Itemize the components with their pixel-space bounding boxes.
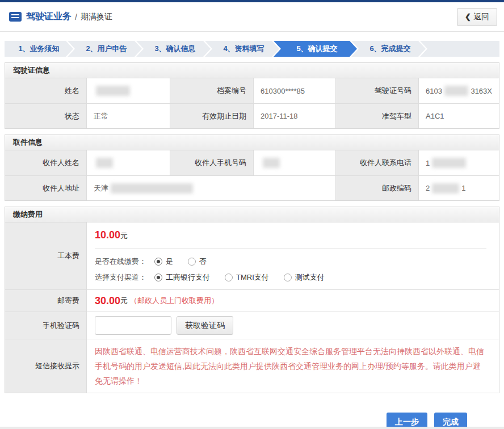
online-pay-option-no[interactable]: 否 xyxy=(188,256,207,267)
footer-actions: 上一步 完成 xyxy=(0,393,504,429)
sms-code-label: 手机验证码 xyxy=(5,312,86,339)
online-pay-question: 是否在线缴费： xyxy=(95,256,146,267)
status-label: 状态 xyxy=(5,103,86,128)
get-sms-code-button[interactable]: 获取验证码 xyxy=(177,316,233,335)
back-chevron-icon: ❮ xyxy=(465,12,471,21)
page-title: 驾驶证业务 xyxy=(26,11,72,23)
license-info-section: 驾驶证信息 姓名 档案编号 610300****85 驾驶证号码 6103316… xyxy=(5,62,499,129)
recipient-mobile-label: 收件人手机号码 xyxy=(170,150,253,175)
vehicle-class-label: 准驾车型 xyxy=(335,103,418,128)
step-4-fill-data[interactable]: 4、资料填写 xyxy=(205,41,279,57)
recipient-name-label: 收件人姓名 xyxy=(5,150,86,175)
pay-channel-option-test[interactable]: 测试支付 xyxy=(284,272,325,283)
page-header: 驾驶证业务 / 期满换证 ❮ 返回 xyxy=(0,2,504,32)
postage-fee-cell: 30.00元 （邮政人员上门收取费用） xyxy=(86,289,499,312)
card-fee-amount: 10.00 xyxy=(95,229,120,241)
sms-notice-text: 因陕西省联通、电信运营商技术问题，陕西省互联网交通安全综合服务管理平台无法向持陕… xyxy=(86,339,499,393)
redacted-recipient-phone xyxy=(432,158,466,168)
breadcrumb-separator: / xyxy=(75,12,77,22)
step-2-declaration[interactable]: 2、用户申告 xyxy=(68,41,142,57)
redacted-license-number xyxy=(444,86,468,96)
fee-divider xyxy=(95,248,486,249)
step-1-notice[interactable]: 1、业务须知 xyxy=(5,41,73,57)
name-label: 姓名 xyxy=(5,78,86,103)
step-6-complete[interactable]: 6、完成提交 xyxy=(351,41,426,57)
pickup-info-section: 取件信息 收件人姓名 收件人手机号码 收件人联系电话 1 收件人地址 天津 邮政… xyxy=(5,134,499,201)
radio-icon-no[interactable] xyxy=(188,258,196,266)
redacted-name xyxy=(96,86,130,96)
recipient-address-value: 天津 xyxy=(86,175,335,200)
license-services-icon xyxy=(9,12,22,22)
recipient-mobile-value xyxy=(253,150,335,175)
redacted-recipient-name xyxy=(96,158,113,168)
status-value: 正常 xyxy=(86,103,170,128)
file-number-label: 档案编号 xyxy=(170,78,253,103)
recipient-phone-value: 1 xyxy=(418,150,499,175)
postcode-value: 21 xyxy=(418,175,499,200)
recipient-phone-label: 收件人联系电话 xyxy=(335,150,418,175)
sms-notice-label: 短信接收提示 xyxy=(5,339,86,393)
step-progress-bar: 1、业务须知 2、用户申告 3、确认信息 4、资料填写 5、确认提交 6、完成提… xyxy=(5,41,499,57)
vehicle-class-value: A1C1 xyxy=(418,103,499,128)
expiry-date-value: 2017-11-18 xyxy=(253,103,335,128)
pay-channel-question: 选择支付渠道： xyxy=(95,272,146,283)
radio-icon-yes[interactable] xyxy=(154,258,162,266)
name-value xyxy=(86,78,170,103)
postage-fee-amount: 30.00 xyxy=(95,295,120,307)
online-pay-option-yes[interactable]: 是 xyxy=(154,256,173,267)
expiry-date-label: 有效期止日期 xyxy=(170,103,253,128)
license-number-label: 驾驶证号码 xyxy=(335,78,418,103)
card-fee-cell: 10.00元 是否在线缴费： 是 否 选择支付渠道： 工商银行支付 xyxy=(86,222,499,289)
radio-icon-tmri[interactable] xyxy=(225,274,233,281)
breadcrumb-current: 期满换证 xyxy=(81,12,112,22)
pay-channel-option-icbc[interactable]: 工商银行支付 xyxy=(154,272,210,283)
license-info-section-title: 驾驶证信息 xyxy=(5,63,499,78)
redacted-recipient-mobile xyxy=(263,158,280,168)
back-button-label: 返回 xyxy=(473,12,489,22)
step-5-confirm-submit[interactable]: 5、确认提交 xyxy=(274,41,357,57)
card-fee-unit: 元 xyxy=(120,232,128,240)
recipient-address-label: 收件人地址 xyxy=(5,175,86,200)
sms-code-cell: 获取验证码 xyxy=(86,312,499,339)
card-fee-label: 工本费 xyxy=(5,222,86,289)
postage-fee-label: 邮寄费 xyxy=(5,289,86,312)
postage-fee-unit: 元 xyxy=(120,296,128,306)
payment-section: 缴纳费用 工本费 10.00元 是否在线缴费： 是 否 选择支付渠道： xyxy=(5,207,499,393)
radio-icon-test[interactable] xyxy=(284,274,292,281)
sms-code-input[interactable] xyxy=(95,316,171,335)
license-number-value: 61033163X xyxy=(418,78,499,103)
recipient-name-value xyxy=(86,150,170,175)
pickup-info-section-title: 取件信息 xyxy=(5,135,499,150)
redacted-postcode xyxy=(432,183,459,194)
step-3-confirm-info[interactable]: 3、确认信息 xyxy=(136,41,211,57)
bottom-border xyxy=(0,427,504,429)
file-number-value: 610300****85 xyxy=(253,78,335,103)
postage-fee-note: （邮政人员上门收取费用） xyxy=(130,296,219,306)
payment-section-title: 缴纳费用 xyxy=(5,207,499,222)
pay-channel-option-tmri[interactable]: TMRI支付 xyxy=(225,272,269,283)
redacted-address xyxy=(111,183,193,194)
back-button[interactable]: ❮ 返回 xyxy=(457,8,497,26)
step-bar-filler xyxy=(420,41,499,57)
postcode-label: 邮政编码 xyxy=(335,175,418,200)
radio-icon-icbc[interactable] xyxy=(154,274,162,281)
